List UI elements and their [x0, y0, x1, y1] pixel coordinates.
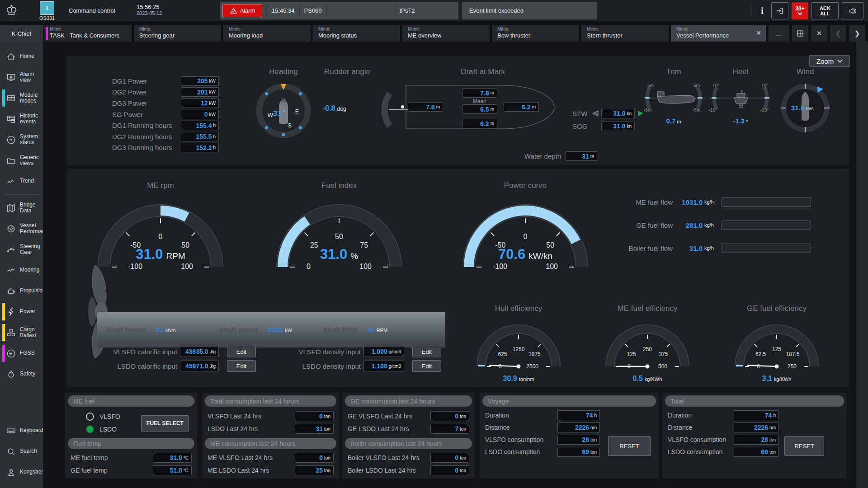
tab-prev-button[interactable]: ❮	[830, 25, 846, 42]
total-reset-button[interactable]: RESET	[784, 436, 824, 456]
alarm-time: 15:45:34	[272, 7, 295, 14]
event-message-strip: Event limit exceeded	[462, 2, 597, 19]
lsdo-calorific-edit-button[interactable]: Edit	[227, 360, 256, 372]
clock-time: 15:56:25	[137, 4, 162, 10]
table-row: VLSFO Last 24 hrs 0ton	[208, 411, 334, 422]
me-fuel-temp-row: ME fuel temp 31.0°C	[71, 452, 192, 463]
sidebar-item-steering-gear[interactable]: Steering Gear	[0, 239, 43, 260]
sidebar-item-historic-events[interactable]: Historic events	[0, 108, 43, 129]
alarm-count-badge: 30+	[795, 5, 804, 12]
command-control-label: Command control	[69, 7, 115, 14]
sidebar-item-mooring[interactable]: Mooring	[0, 260, 43, 281]
boiler-fuel-flow-row: Boiler fuel flow31.0kg/h	[600, 243, 817, 253]
sidebar: Home Alarm view Module modes Historic ev…	[0, 42, 43, 488]
svg-text:50: 50	[335, 233, 343, 240]
sidebar-item-kongsberg-user[interactable]: Kongsberg	[0, 462, 43, 483]
layout-grid-button[interactable]	[792, 25, 808, 42]
svg-text:5m: 5m	[693, 83, 700, 88]
table-row: LSDO consumption 69ton	[668, 446, 779, 457]
gauge-fuel-index: Fuel index025507510031.0%	[267, 181, 411, 274]
zoom-dropdown-button[interactable]: Zoom	[809, 55, 850, 67]
tab-close-icon[interactable]: ✕	[756, 29, 761, 37]
sidebar-item-cargo-ballast[interactable]: Cargo Ballast	[0, 322, 43, 343]
value-box: 155.4h	[181, 121, 219, 130]
draft-fore-value: 7.8m	[462, 88, 497, 98]
svg-text:m/s: m/s	[806, 106, 813, 111]
panel-header: ME fuel	[68, 395, 194, 407]
horn-silence-button[interactable]	[842, 2, 863, 19]
sidebar-item-home[interactable]: Home	[0, 46, 43, 67]
sidebar-item-keyboard[interactable]: Keyboard	[0, 420, 43, 441]
gauge-me-fuel-efficiency: ME fuel efficiency01252503755000.5kg/KWh	[593, 304, 702, 383]
station-badge: 1	[40, 1, 54, 15]
lsdo-radio-row[interactable]: LSDO	[86, 425, 117, 433]
tab-mooring-status[interactable]: Mimic Mooring status	[313, 25, 400, 42]
tab-mooring-load[interactable]: Mimic Mooring load	[223, 25, 311, 42]
user-icon	[6, 467, 16, 478]
value-box: 201kW	[181, 87, 219, 97]
value-box: 0ton	[295, 411, 334, 421]
sidebar-item-fgss[interactable]: FGSS	[0, 343, 43, 364]
tab-task-tank-consumers[interactable]: Mimic TASK - Tank & Consumers	[44, 25, 132, 42]
speed-decrease-icon[interactable]	[592, 110, 599, 117]
svg-text:W: W	[268, 112, 274, 118]
lsdo-density-value: 1.100g/cm3	[363, 361, 404, 371]
table-row: Boiler VLSFO Last 24 hrs 0ton	[348, 452, 469, 463]
sidebar-item-search[interactable]: Search	[0, 441, 43, 462]
sidebar-item-system-status[interactable]: System status	[0, 129, 43, 150]
sidebar-item-alarm-view[interactable]: Alarm view	[0, 67, 43, 88]
tabs: Mimic TASK - Tank & Consumers Mimic Stee…	[44, 25, 766, 42]
value-box: 0ton	[295, 453, 334, 463]
tab-steering-gear[interactable]: Mimic Steering gear	[134, 25, 221, 42]
info-icon[interactable]: i	[756, 5, 768, 17]
sidebar-item-bridge-data[interactable]: Bridge Data	[0, 197, 43, 218]
export-view-button[interactable]	[771, 2, 788, 19]
propulsion-performance-panel: ME rpm-100-5005010031.0RPM Fuel index025…	[67, 169, 849, 387]
table-row: ME LSDO Last 24 hrs 25ton	[208, 465, 334, 476]
close-all-button[interactable]: ✕	[811, 25, 827, 42]
stw-row: STW 31.0kn	[572, 108, 646, 118]
fuel-select-button[interactable]: FUEL SELECT	[141, 415, 189, 432]
sidebar-item-power[interactable]: Power	[0, 301, 43, 322]
sidebar-item-vessel-performance[interactable]: Vessel Performan...	[0, 218, 43, 239]
vlsfo-radio-row[interactable]: VLSFO	[86, 413, 120, 421]
svg-text:0: 0	[499, 363, 502, 370]
vlsfo-calorific-edit-button[interactable]: Edit	[227, 346, 256, 357]
sidebar-item-module-modes[interactable]: Module modes	[0, 88, 43, 108]
alarm-count-button[interactable]: 30+	[792, 2, 808, 19]
me-fuel-flow-bar	[722, 197, 811, 207]
alarm-button[interactable]: Alarm	[222, 4, 262, 17]
tab-next-button[interactable]: ❯	[849, 25, 865, 42]
tab-vessel-performance[interactable]: Mimic Vessel Performance ✕	[671, 25, 766, 42]
station-indicator[interactable]: 1 OS031	[38, 1, 56, 21]
table-row: LSDO Last 24 hrs 31ton	[208, 423, 334, 434]
trim-value: 0.7m	[637, 117, 710, 125]
svg-text:25: 25	[310, 241, 318, 249]
lsdo-density-edit-button[interactable]: Edit	[412, 360, 441, 372]
svg-text:1875: 1875	[528, 351, 541, 357]
sidebar-item-generic-views[interactable]: Generic views	[0, 150, 43, 171]
shaft-rpm: Shaft RPM41RPM	[323, 326, 387, 334]
system-clock: 15:56:25 2023-05-12	[137, 4, 162, 16]
alarm-source: tPsT2	[400, 7, 415, 14]
voyage-reset-button[interactable]: RESET	[608, 436, 651, 456]
svg-text:50: 50	[181, 241, 189, 249]
vlsfo-density-edit-button[interactable]: Edit	[412, 346, 441, 357]
ack-all-button[interactable]: ACK ALL	[811, 2, 839, 19]
tab-bow-thruster[interactable]: Mimic Bow thruster	[492, 25, 579, 42]
scroll-gutter[interactable]	[856, 42, 868, 488]
value-box: 152.2h	[181, 143, 219, 152]
tab-more-button[interactable]: ...	[769, 25, 789, 42]
lsdo-radio[interactable]	[86, 425, 94, 433]
tab-stern-thruster[interactable]: Mimic Stern thruster	[581, 25, 669, 42]
tab-me-overview[interactable]: Mimic ME overview	[402, 25, 490, 42]
sidebar-item-propulsion[interactable]: Propulsion	[0, 281, 43, 301]
sidebar-item-trend[interactable]: Trend	[0, 171, 43, 192]
heel-value: -1.3°	[704, 117, 777, 125]
lightning-icon	[6, 307, 16, 317]
value-box: 0ton	[430, 465, 469, 475]
sidebar-item-safety[interactable]: Safety	[0, 364, 43, 385]
vlsfo-calorific-value: 43635.0J/g	[180, 346, 219, 357]
vlsfo-radio[interactable]	[86, 413, 94, 421]
panel-header: Total	[665, 395, 844, 407]
